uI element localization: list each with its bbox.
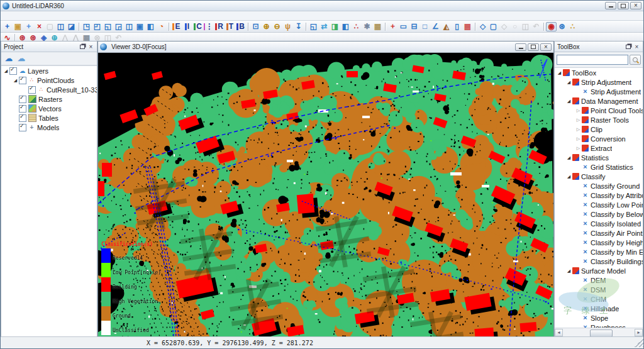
display-class-icon[interactable]: C	[192, 22, 203, 31]
measure-height-icon[interactable]: ▯	[452, 22, 462, 31]
zoom-in-icon[interactable]: ⊕	[261, 22, 272, 31]
close-button[interactable]	[630, 2, 641, 9]
checkbox[interactable]: ✓	[19, 77, 26, 84]
open-project-icon[interactable]: ▣	[13, 22, 23, 31]
tree-item[interactable]: ✓ Raster Tools	[555, 115, 643, 125]
add-data-button[interactable]: ☁	[4, 54, 14, 63]
save-as-icon[interactable]: ◪	[66, 22, 77, 31]
measure-distance-icon[interactable]: ⊟	[409, 22, 419, 31]
checkbox[interactable]: ✓	[19, 124, 26, 131]
tree-item[interactable]: ✓ Classify Air Points	[555, 228, 643, 238]
viewer-restore-button[interactable]	[528, 43, 539, 51]
expander-icon[interactable]	[3, 69, 9, 74]
display-return-icon[interactable]: R	[214, 22, 225, 31]
viewer-settings-icon[interactable]: ✱	[362, 22, 372, 31]
measure-area-icon[interactable]: □	[419, 22, 430, 31]
maximize-button[interactable]	[618, 2, 629, 9]
toolbox-hscrollbar[interactable]: ◂ ▸	[555, 328, 643, 336]
toolbox-search-input[interactable]	[557, 55, 628, 65]
save-icon[interactable]: ◫	[55, 22, 66, 31]
minimize-button[interactable]	[605, 2, 616, 9]
tree-item[interactable]: ✓ CHM	[555, 294, 643, 304]
expander-icon[interactable]	[575, 146, 582, 151]
expander-icon[interactable]	[575, 118, 582, 123]
viewer-close-button[interactable]	[540, 43, 552, 51]
full-extent-icon[interactable]: ⊡	[250, 22, 261, 31]
tree-item[interactable]: ✓ Layers	[1, 66, 97, 75]
checkbox[interactable]: ✓	[28, 86, 36, 94]
viewer-split-icon[interactable]: ◧	[340, 22, 351, 31]
panel-close-icon[interactable]	[633, 43, 640, 50]
select-polygon-icon[interactable]: ◇	[477, 22, 488, 31]
display-mix-icon[interactable]: ⋮	[203, 22, 214, 31]
tree-item[interactable]: ✓ Extract	[555, 143, 643, 153]
pin-icon[interactable]: ↧	[293, 22, 304, 31]
tree-item[interactable]: ✓ DSM	[555, 285, 643, 294]
rotate-view-icon[interactable]: ◔	[156, 22, 167, 31]
view-bottom-icon[interactable]: ▣	[135, 22, 145, 31]
view-right-icon[interactable]: ◲	[113, 22, 124, 31]
measure-angle-icon[interactable]: ∠	[430, 22, 441, 31]
tree-item[interactable]: ✓ ToolBox	[555, 68, 643, 77]
remove-data-icon[interactable]: ×	[34, 22, 45, 31]
point-cloud-canvas[interactable]	[98, 53, 553, 336]
expander-icon[interactable]	[575, 108, 582, 113]
tree-item[interactable]: ✓ Classify Low Points	[555, 200, 643, 209]
tree-item[interactable]: ✓ Classify Ground	[555, 181, 643, 191]
expander-icon[interactable]	[556, 70, 563, 75]
display-intensity-icon[interactable]: I	[182, 22, 192, 31]
checkbox[interactable]: ✓	[19, 96, 26, 103]
tree-item[interactable]: ✓ Grid Statistics	[555, 162, 643, 172]
select-undo-icon[interactable]: ↶	[531, 22, 541, 31]
zoom-out-icon[interactable]: ⊖	[272, 22, 282, 31]
tree-item[interactable]: ✓ Classify	[555, 172, 643, 181]
tree-item[interactable]: ✓ Surface Model	[555, 266, 643, 275]
display-blend-icon[interactable]: B	[235, 22, 246, 31]
expander-icon[interactable]	[565, 269, 572, 274]
tree-item[interactable]: ✓ Roughness	[555, 323, 643, 328]
tree-item[interactable]: ✓ Point Cloud Tools	[555, 106, 643, 115]
panel-close-icon[interactable]	[87, 43, 94, 50]
expander-icon[interactable]	[575, 136, 582, 141]
measure-volume-icon[interactable]: ◭	[441, 22, 452, 31]
tree-item[interactable]: ✓ CutResult_10-33-10.LiData	[1, 85, 97, 94]
viewer-title-bar[interactable]: Viewer 3D-0[Focus]	[98, 42, 553, 53]
tree-item[interactable]: ✓ Classify Buildings	[555, 257, 643, 266]
view-left-icon[interactable]: ◱	[103, 22, 113, 31]
checkbox[interactable]: ✓	[19, 105, 26, 113]
expander-icon[interactable]	[565, 99, 572, 104]
panel-float-icon[interactable]	[79, 43, 86, 50]
measure-density-icon[interactable]: ▩	[462, 22, 473, 31]
expander-icon[interactable]	[565, 155, 572, 160]
resize-grip[interactable]	[635, 338, 643, 347]
point-colors-icon[interactable]: ∴	[567, 22, 578, 31]
tree-item[interactable]: ✓ Models	[1, 123, 97, 132]
measure-pick-icon[interactable]: +	[387, 22, 398, 31]
expander-icon[interactable]	[575, 127, 582, 132]
tree-item[interactable]: ✓ Classify by Min Elevation	[555, 247, 643, 257]
view-front-icon[interactable]: ◰	[92, 22, 103, 31]
tree-item[interactable]: ✓ Vectors	[1, 104, 97, 113]
tree-item[interactable]: ✓ PointClouds	[1, 75, 97, 85]
scroll-thumb[interactable]	[590, 330, 613, 337]
panel-float-icon[interactable]	[625, 43, 631, 50]
add-dataset-button[interactable]: ☁	[16, 54, 26, 63]
expander-icon[interactable]	[565, 174, 572, 179]
view-iso-icon[interactable]: ◧	[145, 22, 156, 31]
tree-item[interactable]: ✓ Clip	[555, 125, 643, 134]
select-circle-icon[interactable]: ○	[509, 22, 520, 31]
viewer-image-icon[interactable]: ◨	[330, 22, 340, 31]
select-save-icon[interactable]: ◫	[520, 22, 531, 31]
tree-item[interactable]: ✓ Classify by Height Above Gro	[555, 238, 643, 247]
tree-item[interactable]: ✓ Classify by Below Surface	[555, 209, 643, 219]
profile-icon[interactable]: ◉	[546, 22, 557, 31]
viewer-capture-icon[interactable]: ▦	[372, 22, 383, 31]
tree-item[interactable]: ✓ Slope	[555, 313, 643, 323]
scroll-left-icon[interactable]: ◂	[555, 329, 563, 336]
select-lasso-icon[interactable]: ◇	[499, 22, 509, 31]
display-elevation-icon[interactable]: E	[171, 22, 182, 31]
expander-icon[interactable]	[565, 80, 572, 85]
add-file-icon[interactable]: +	[23, 22, 34, 31]
tree-item[interactable]: ✓ Rasters	[1, 94, 97, 104]
tree-item[interactable]: ✓ Classify Isolated Points	[555, 219, 643, 228]
